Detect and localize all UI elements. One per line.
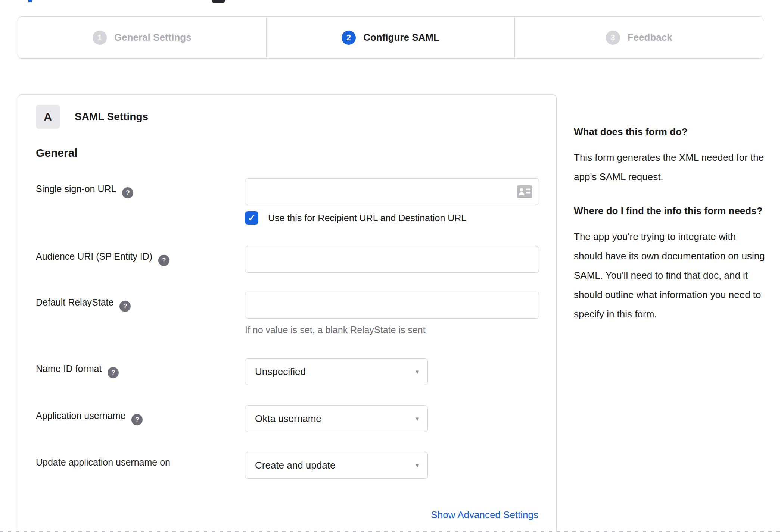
chevron-down-icon: ▼ [414, 462, 420, 469]
section-title: SAML Settings [75, 111, 148, 123]
name-id-format-row: Name ID format? Unspecified ▼ [36, 358, 539, 385]
name-id-format-label-wrap: Name ID format? [36, 358, 245, 385]
update-app-username-value: Create and update [255, 460, 335, 471]
relay-state-row: Default RelayState? If no value is set, … [36, 292, 539, 335]
update-app-username-label-wrap: Update application username on [36, 452, 245, 479]
update-app-username-row: Update application username on Create an… [36, 452, 539, 479]
help-heading: Where do I find the info this form needs… [574, 201, 766, 220]
update-app-username-label: Update application username on [36, 457, 170, 467]
step-number-badge: 1 [93, 31, 107, 45]
app-username-row: Application username? Okta username ▼ [36, 405, 539, 432]
step-number-badge: 3 [606, 31, 620, 45]
wizard-stepper: 1 General Settings 2 Configure SAML 3 Fe… [18, 16, 763, 59]
name-id-format-value: Unspecified [255, 366, 306, 378]
section-a-badge: A [36, 105, 60, 129]
help-section-where: Where do I find the info this form needs… [574, 201, 766, 324]
app-username-select[interactable]: Okta username ▼ [245, 405, 428, 432]
saml-settings-card: A SAML Settings General Single sign-on U… [18, 94, 557, 532]
step-label: Configure SAML [363, 32, 439, 43]
relay-state-hint: If no value is set, a blank RelayState i… [245, 325, 539, 335]
update-app-username-select[interactable]: Create and update ▼ [245, 452, 428, 479]
truncated-dark-icon [212, 0, 225, 3]
sso-url-label: Single sign-on URL [36, 184, 116, 194]
chevron-down-icon: ▼ [414, 416, 420, 422]
step-number-badge: 2 [342, 31, 356, 45]
help-sidebar: What does this form do? This form genera… [574, 122, 766, 339]
advanced-settings-row: Show Advanced Settings [36, 509, 539, 521]
audience-uri-label: Audience URI (SP Entity ID) [36, 251, 152, 262]
truncated-blue-element [28, 0, 32, 2]
use-for-recipient-checkbox[interactable]: ✓ [245, 211, 258, 225]
chevron-down-icon: ▼ [414, 369, 420, 375]
audience-uri-row: Audience URI (SP Entity ID)? [36, 246, 539, 273]
show-advanced-settings-link[interactable]: Show Advanced Settings [431, 509, 538, 520]
sso-url-row: Single sign-on URL? ✓ Use this for Reci [36, 178, 539, 225]
help-icon[interactable]: ? [108, 367, 119, 378]
general-group-title: General [36, 147, 539, 159]
name-id-format-select[interactable]: Unspecified ▼ [245, 358, 428, 385]
audience-uri-label-wrap: Audience URI (SP Entity ID)? [36, 246, 245, 273]
app-username-value: Okta username [255, 413, 321, 425]
sso-url-input[interactable] [245, 178, 539, 205]
step-label: General Settings [114, 32, 192, 43]
step-configure-saml[interactable]: 2 Configure SAML [266, 17, 515, 58]
step-label: Feedback [628, 32, 672, 43]
step-general-settings[interactable]: 1 General Settings [18, 17, 266, 58]
sso-url-label-wrap: Single sign-on URL? [36, 178, 245, 225]
contact-card-icon[interactable] [517, 185, 532, 198]
help-section-what: What does this form do? This form genera… [574, 122, 766, 187]
help-icon[interactable]: ? [158, 255, 169, 266]
relay-state-input[interactable] [245, 292, 539, 319]
help-body: The app you're trying to integrate with … [574, 227, 766, 324]
audience-uri-input[interactable] [245, 246, 539, 273]
use-for-recipient-label: Use this for Recipient URL and Destinati… [268, 213, 466, 223]
app-username-label: Application username [36, 410, 125, 421]
help-icon[interactable]: ? [122, 187, 133, 198]
help-body: This form generates the XML needed for t… [574, 148, 766, 187]
relay-state-label: Default RelayState [36, 297, 113, 307]
help-heading: What does this form do? [574, 122, 766, 141]
section-header: A SAML Settings [36, 105, 539, 129]
relay-state-label-wrap: Default RelayState? [36, 292, 245, 335]
step-feedback[interactable]: 3 Feedback [514, 17, 763, 58]
app-username-label-wrap: Application username? [36, 405, 245, 432]
name-id-format-label: Name ID format [36, 363, 102, 374]
help-icon[interactable]: ? [119, 301, 131, 312]
help-icon[interactable]: ? [131, 414, 143, 425]
